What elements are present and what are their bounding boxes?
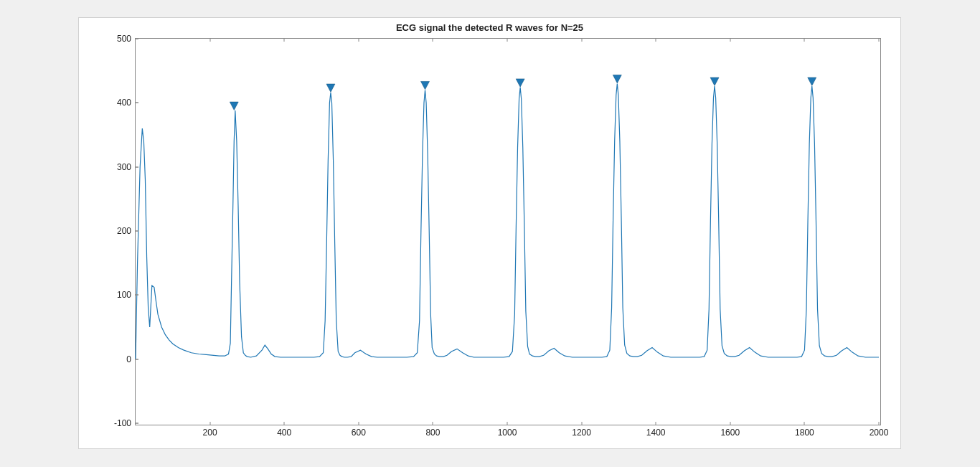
plot-svg (136, 39, 880, 425)
x-tick-mark (507, 38, 508, 42)
r-wave-marker-icon (516, 79, 524, 87)
x-tick-label: 2000 (870, 425, 889, 438)
r-wave-marker-icon (710, 77, 719, 85)
y-tick-mark (135, 39, 138, 39)
x-tick-mark (804, 38, 805, 42)
r-wave-marker-icon (808, 77, 816, 85)
r-wave-marker-icon (230, 102, 238, 110)
x-tick-mark (209, 38, 210, 42)
x-tick-label: 800 (425, 425, 440, 438)
x-tick-label: 1600 (720, 425, 740, 438)
x-tick-mark (507, 422, 508, 425)
x-tick-mark (804, 422, 805, 425)
y-tick-label: 300 (117, 162, 136, 172)
y-tick-label: -100 (114, 418, 136, 428)
y-tick-label: 200 (117, 226, 136, 236)
x-tick-mark (581, 38, 582, 42)
r-wave-marker-icon (326, 84, 335, 92)
x-tick-mark (284, 38, 285, 42)
plot-area[interactable]: -100010020030040050020040060080010001200… (135, 38, 881, 425)
x-tick-mark (433, 422, 433, 425)
x-tick-mark (358, 38, 359, 42)
x-tick-mark (879, 38, 880, 42)
x-tick-mark (284, 422, 285, 425)
y-tick-label: 100 (117, 290, 136, 300)
chart-title: ECG signal the detected R waves for N=25 (79, 22, 900, 33)
x-tick-label: 1400 (646, 425, 666, 438)
x-tick-label: 600 (352, 425, 366, 438)
y-tick-label: 400 (117, 98, 136, 108)
ecg-line (136, 84, 879, 359)
y-tick-mark (135, 231, 138, 232)
y-tick-label: 500 (117, 34, 136, 44)
x-tick-mark (730, 422, 730, 425)
x-tick-mark (209, 422, 210, 425)
x-tick-mark (656, 422, 656, 425)
x-tick-label: 1800 (795, 425, 814, 438)
y-tick-mark (135, 295, 138, 296)
x-tick-mark (730, 38, 730, 42)
x-tick-mark (656, 38, 656, 42)
x-tick-mark (433, 38, 433, 42)
x-tick-label: 1000 (498, 425, 517, 438)
y-tick-mark (135, 103, 138, 103)
y-tick-mark (135, 423, 138, 424)
r-wave-marker-icon (421, 81, 430, 89)
r-wave-marker-icon (613, 75, 621, 83)
y-tick-mark (135, 166, 138, 167)
x-tick-label: 400 (277, 425, 291, 438)
y-tick-mark (135, 359, 138, 359)
x-tick-label: 200 (203, 425, 217, 438)
x-tick-label: 1200 (572, 425, 591, 438)
x-tick-mark (358, 422, 359, 425)
x-tick-mark (879, 422, 880, 425)
figure-window: ECG signal the detected R waves for N=25… (79, 18, 900, 448)
x-tick-mark (581, 422, 582, 425)
